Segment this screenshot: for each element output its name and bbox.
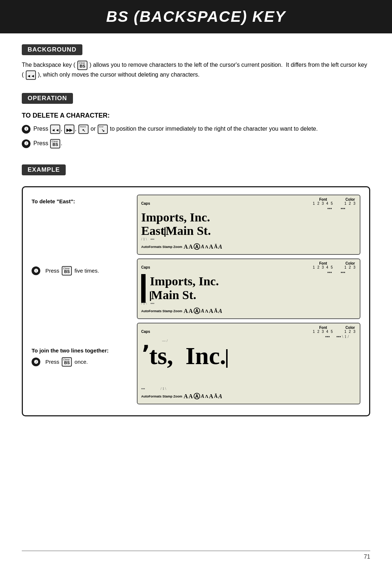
step-1-text: Press ◄◄, ▶▶, Home↖ or End↘ to position … xyxy=(33,125,370,134)
title-bar: BS (BACKSPACE) KEY xyxy=(0,0,392,33)
example-label: EXAMPLE xyxy=(22,164,66,175)
lcd1-header: Caps Font 1 2 3 4 5 Color 1 2 3 xyxy=(141,197,356,205)
lcd3-dots-top: ▪▪▪ ▪▪▪ \ 1 / xyxy=(141,334,356,339)
step-num-e1: ❶ xyxy=(32,266,40,275)
fc3-a2: A xyxy=(189,393,193,400)
lcd3-font-nums: 1 2 3 4 5 xyxy=(313,330,334,334)
lcd1-line2: EastMain St. xyxy=(141,224,356,237)
background-label: BACKGROUND xyxy=(22,44,82,55)
fc-a4: A xyxy=(201,244,204,250)
operation-step-1: ❶ Press ◄◄, ▶▶, Home↖ or End↘ to positio… xyxy=(22,125,370,134)
lcd2-dots-bottom: / 1 \ ▪▪▪ xyxy=(141,302,356,305)
fc-a1: A xyxy=(184,244,188,250)
lcd1-spacer xyxy=(32,208,130,266)
lcd3-font-group: Font 1 2 3 4 5 xyxy=(313,326,334,334)
home-key: Home↖ xyxy=(78,125,89,134)
bs-key-ex1: Clear BS xyxy=(62,266,72,276)
page-title: BS (BACKSPACE) KEY xyxy=(22,8,370,25)
lcd3-caps: Caps xyxy=(141,330,150,334)
fc2-a8: A xyxy=(219,308,222,314)
fc2-a6: A xyxy=(209,308,213,314)
step-number-1: ❶ xyxy=(22,125,30,134)
lcd2-bottom: AutoFormats Stamp Zoom A A Ⓐ A Λ A Ā A xyxy=(141,307,356,315)
fc2-a5: Λ xyxy=(205,308,208,314)
fc-a3: Ⓐ xyxy=(193,242,200,251)
right-key: ▶▶ xyxy=(64,125,74,134)
fc3-a7: Ā xyxy=(214,393,217,399)
lcd2-line1: ▌Imports, Inc. xyxy=(141,274,356,288)
lcd3-format-chars: A A Ⓐ A Λ A Ā A xyxy=(184,392,222,401)
fc3-a1: A xyxy=(184,393,188,400)
example-step-1: ❶ Press Clear BS five times. xyxy=(32,266,130,276)
left-key: ◄◄ xyxy=(50,125,60,134)
step-e1-text: Press xyxy=(45,268,59,274)
lcd3-color-group: Color 1 2 3 xyxy=(344,326,356,334)
lcd2-font-nums: 1 2 3 4 5 xyxy=(313,265,334,269)
fc-a2: A xyxy=(189,244,193,250)
delete-east-heading: To delete "East": xyxy=(32,198,130,204)
example-right: Caps Font 1 2 3 4 5 Color 1 2 3 xyxy=(137,195,360,408)
lcd2-text: ▌Imports, Inc. ▌Main St. xyxy=(141,274,356,302)
lcd1-font-color: Font 1 2 3 4 5 Color 1 2 3 xyxy=(313,197,356,205)
lcd-panel-3: Caps Font 1 2 3 4 5 Color 1 2 3 xyxy=(137,323,360,404)
fc2-a3: Ⓐ xyxy=(193,307,200,315)
example-left: To delete "East": ❶ Press Clear BS five … xyxy=(32,195,130,408)
example-step-2: ❷ Press Clear BS once. xyxy=(32,357,130,367)
fc2-a2: A xyxy=(189,308,193,314)
lcd2-color-label: Color xyxy=(344,261,356,265)
lcd1-color-group: Color 1 2 3 xyxy=(344,197,356,205)
lcd3-font-color: Font 1 2 3 4 5 Color 1 2 3 xyxy=(313,326,356,334)
fc3-a4: A xyxy=(201,393,204,399)
lcd-panel-2: Caps Font 1 2 3 4 5 Color 1 2 3 xyxy=(137,258,360,319)
step-inline-1: ❶ Press Clear BS five times. xyxy=(32,266,130,276)
lcd1-line1: Imports, Inc. xyxy=(141,211,356,224)
page: BS (BACKSPACE) KEY BACKGROUND The backsp… xyxy=(0,0,392,571)
fc-a8: A xyxy=(219,244,222,250)
lcd2-dots-top: ▪▪▪ ▪▪▪ xyxy=(141,270,356,274)
operation-step-2: ❷ Press Clear BS . xyxy=(22,139,370,148)
bs-key-icon: Clear BS xyxy=(77,61,87,70)
lcd2-font-label: Font xyxy=(313,261,334,265)
step-inline-2: ❷ Press Clear BS once. xyxy=(32,357,130,367)
lcd2-header: Caps Font 1 2 3 4 5 Color 1 2 3 xyxy=(141,261,356,269)
lcd2-font-group: Font 1 2 3 4 5 xyxy=(313,261,334,269)
lcd3-text: ʼts, Inc. xyxy=(141,343,356,387)
operation-label: OPERATION xyxy=(22,93,73,104)
lcd3-bottom: AutoFormats Stamp Zoom A A Ⓐ A Λ A Ā A xyxy=(141,392,356,401)
lcd1-caps: Caps xyxy=(141,201,150,205)
lcd2-autoformats: AutoFormats Stamp Zoom xyxy=(141,309,182,313)
end-key: End↘ xyxy=(98,125,108,134)
lcd1-text: Imports, Inc. EastMain St. xyxy=(141,211,356,238)
background-text: The backspace key ( Clear BS ) allows yo… xyxy=(22,60,370,80)
lcd2-format-chars: A A Ⓐ A Λ A Ā A xyxy=(184,307,222,315)
lcd3-line1: ʼts, Inc. xyxy=(141,343,356,368)
lcd2-spacer xyxy=(32,282,130,344)
lcd1-dots-top: ▪▪▪ ▪▪▪ xyxy=(141,206,356,211)
lcd1-color-nums: 1 2 3 xyxy=(344,201,356,205)
lcd1-autoformats: AutoFormats Stamp Zoom xyxy=(141,245,182,249)
lcd1-font-nums: 1 2 3 4 5 xyxy=(313,201,334,205)
lcd3-header: Caps Font 1 2 3 4 5 Color 1 2 3 xyxy=(141,326,356,334)
bottom-line xyxy=(22,551,370,551)
fc-a6: A xyxy=(209,244,213,250)
page-number: 71 xyxy=(364,554,370,560)
lcd1-color-label: Color xyxy=(344,197,356,201)
fc-a7: Ā xyxy=(214,244,217,250)
lcd-panel-1: Caps Font 1 2 3 4 5 Color 1 2 3 xyxy=(137,195,360,255)
step-2-text: Press Clear BS . xyxy=(33,139,370,148)
lcd3-dots-bottom: ▪▪▪ / 1 \ xyxy=(141,387,356,391)
lcd1-bottom: AutoFormats Stamp Zoom A A Ⓐ A Λ A Ā A xyxy=(141,242,356,251)
fc2-a4: A xyxy=(201,308,204,314)
lcd3-font-label: Font xyxy=(313,326,334,330)
fc2-a7: Ā xyxy=(214,308,217,314)
lcd2-color-nums: 1 2 3 xyxy=(344,265,356,269)
left-cursor-key-icon: ◄◄ xyxy=(26,70,36,80)
lcd1-dots-bottom: / 1 \ ▪▪▪ xyxy=(141,237,356,241)
join-heading: To join the two lines together: xyxy=(32,347,130,354)
lcd1-font-group: Font 1 2 3 4 5 xyxy=(313,197,334,205)
step-num-e2: ❷ xyxy=(32,358,40,366)
lcd1-format-chars: A A Ⓐ A Λ A Ā A xyxy=(184,242,222,251)
step-e1-suffix: five times. xyxy=(74,268,99,274)
step-e2-suffix: once. xyxy=(74,359,88,365)
step-number-2: ❷ xyxy=(22,139,30,148)
